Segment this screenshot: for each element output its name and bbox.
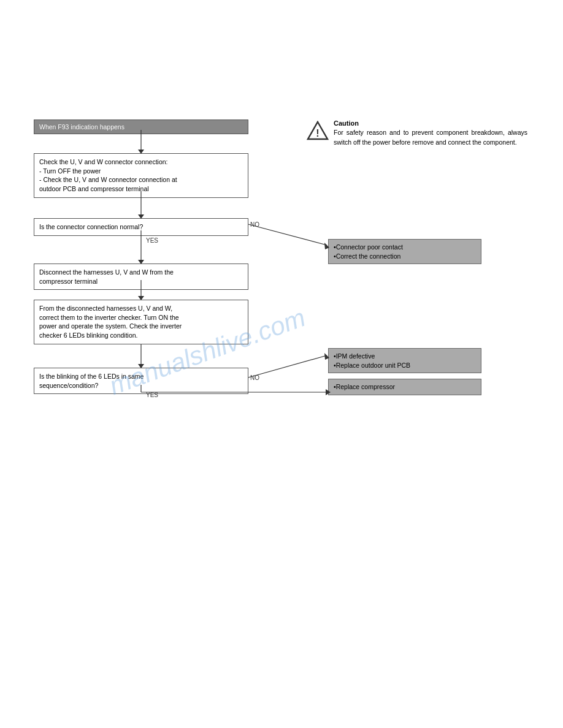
check-box: Check the U, V and W connector connectio… (34, 153, 248, 198)
caution-icon: ! (307, 121, 329, 145)
connector-question-box: Is the connector connection normal? (34, 218, 248, 236)
check-box-label: Check the U, V and W connector connectio… (39, 158, 177, 192)
caution-header: Caution (334, 119, 527, 127)
svg-text:NO: NO (250, 374, 259, 381)
result-replace-compressor: •Replace compressor (328, 379, 481, 395)
disconnect-box-label: Disconnect the harnesses U, V and W from… (39, 268, 174, 285)
from-disconnected-label: From the disconnected harnesses U, V and… (39, 305, 182, 339)
svg-text:NO: NO (250, 221, 259, 228)
result-ipm-defective: •IPM defective•Replace outdoor unit PCB (328, 348, 481, 373)
svg-line-7 (248, 224, 327, 245)
svg-line-17 (248, 355, 327, 377)
result-connector-poor-label: •Connector poor contact•Correct the conn… (334, 243, 403, 260)
start-box: When F93 indication happens (34, 119, 248, 134)
from-disconnected-box: From the disconnected harnesses U, V and… (34, 300, 248, 344)
svg-text:YES: YES (146, 237, 158, 244)
connector-question-label: Is the connector connection normal? (39, 223, 143, 230)
start-box-label: When F93 indication happens (39, 123, 124, 131)
result-connector-poor: •Connector poor contact•Correct the conn… (328, 239, 481, 264)
result-ipm-defective-label: •IPM defective•Replace outdoor unit PCB (334, 352, 410, 369)
caution-text-block: Caution For safety reason and to prevent… (334, 119, 527, 148)
result-replace-compressor-label: •Replace compressor (334, 383, 395, 390)
disconnect-box: Disconnect the harnesses U, V and W from… (34, 264, 248, 290)
svg-text:!: ! (316, 128, 319, 138)
caution-label: Caution (334, 119, 359, 127)
caution-section: ! Caution For safety reason and to preve… (307, 119, 527, 148)
blinking-question-label: Is the blinking of the 6 LEDs in sameseq… (39, 373, 144, 389)
blinking-question-box: Is the blinking of the 6 LEDs in sameseq… (34, 368, 248, 394)
caution-body: For safety reason and to prevent compone… (334, 128, 527, 148)
